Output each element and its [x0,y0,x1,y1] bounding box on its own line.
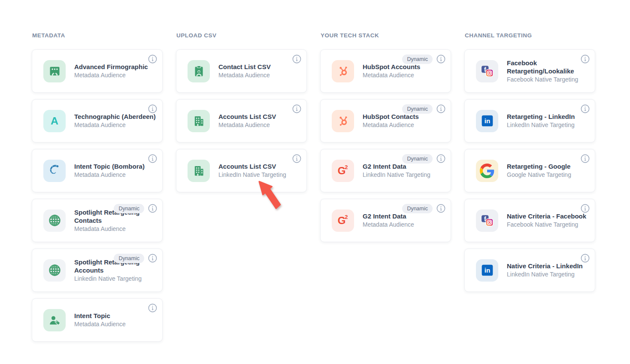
card-list: Dynamic HubSpot Accounts Metadata Audien… [320,49,451,242]
audience-card-facebook-retargeting-lookalike[interactable]: f Facebook Retargeting/Lookalike Faceboo… [464,49,595,93]
g2-icon: G 2 [332,160,354,182]
info-icon[interactable] [436,204,445,213]
audience-card-contact-list-csv[interactable]: Contact List CSV Metadata Audience [176,49,307,93]
card-title: Technographic (Aberdeen) [74,112,162,121]
card-title: Intent Topic (Bombora) [74,162,162,170]
svg-text:in: in [484,267,490,274]
info-icon[interactable] [581,55,590,64]
info-icon[interactable] [292,154,301,163]
card-subtitle: Facebook Native Targeting [507,76,595,84]
card-text: Contact List CSV Metadata Audience [218,63,306,79]
building-person-icon [43,60,66,82]
card-list: Advanced Firmographic Metadata Audience … [32,49,163,342]
audience-card-retargeting-linkedin[interactable]: in Retargeting - LinkedIn LinkedIn Nativ… [464,99,595,143]
audience-card-advanced-firmographic[interactable]: Advanced Firmographic Metadata Audience [32,49,163,93]
card-title: Retargeting - LinkedIn [507,112,595,121]
card-subtitle: Metadata Audience [74,225,162,233]
audience-card-g2-intent-data[interactable]: Dynamic G 2 G2 Intent Data Metadata Audi… [320,199,451,242]
card-title: Native Criteria - LinkedIn [507,262,595,270]
svg-text:in: in [484,117,490,124]
dynamic-badge: Dynamic [402,154,433,164]
info-icon[interactable] [581,204,590,213]
info-icon[interactable] [581,104,590,113]
dynamic-badge: Dynamic [402,104,433,114]
card-text: Technographic (Aberdeen) Metadata Audien… [74,112,162,129]
info-icon[interactable] [436,55,445,64]
letter-a-icon: A [43,110,66,132]
card-text: Native Criteria - LinkedIn LinkedIn Nati… [507,262,595,279]
card-list: Contact List CSV Metadata Audience Accou… [176,49,307,192]
card-text: Accounts List CSV Metadata Audience [218,112,306,129]
catalog-column-your-tech-stack: YOUR TECH STACK Dynamic HubSpot Accounts… [320,33,451,364]
g2-icon: G 2 [332,209,354,232]
info-icon[interactable] [436,104,445,113]
audience-card-spotlight-retargeting-contacts[interactable]: Dynamic Spotlight Retargeting Contacts M… [32,199,163,242]
audience-card-accounts-list-csv[interactable]: Accounts List CSV Metadata Audience [176,99,307,143]
card-subtitle: Linkedin Native Targeting [74,275,162,283]
audience-card-g2-intent-data[interactable]: Dynamic G 2 G2 Intent Data LinkedIn Nati… [320,149,451,192]
info-icon[interactable] [292,104,301,113]
card-text: Accounts List CSV LinkedIn Native Target… [218,162,306,179]
info-icon[interactable] [436,154,445,163]
card-title: Intent Topic [74,312,162,320]
audience-catalog-board: METADATA Advanced Firmographic Metadata … [0,0,630,364]
info-icon[interactable] [581,154,590,163]
globe-icon [43,259,66,282]
clipboard-person-icon [188,60,210,82]
audience-card-hubspot-accounts[interactable]: Dynamic HubSpot Accounts Metadata Audien… [320,49,451,93]
svg-text:2: 2 [345,164,348,170]
dynamic-badge: Dynamic [402,55,433,64]
card-text: G2 Intent Data LinkedIn Native Targeting [363,162,451,179]
card-text: HubSpot Accounts Metadata Audience [363,63,451,79]
globe-icon [43,209,66,232]
audience-card-hubspot-contacts[interactable]: Dynamic HubSpot Contacts Metadata Audien… [320,99,451,143]
google-icon [476,160,498,182]
dynamic-badge: Dynamic [114,204,144,213]
hubspot-icon [332,110,354,132]
hubspot-icon [332,60,354,82]
audience-card-spotlight-retargeting-accounts[interactable]: Dynamic Spotlight Retargeting Accounts L… [32,249,163,292]
card-subtitle: Metadata Audience [74,320,162,328]
card-subtitle: Metadata Audience [363,121,451,129]
info-icon[interactable] [148,55,157,64]
facebook-instagram-icon: f [476,209,498,232]
card-subtitle: Metadata Audience [218,121,306,129]
info-icon[interactable] [148,154,157,163]
audience-card-technographic-aberdeen-[interactable]: A Technographic (Aberdeen) Metadata Audi… [32,99,163,143]
audience-card-native-criteria-linkedin[interactable]: in Native Criteria - LinkedIn LinkedIn N… [464,249,595,292]
card-subtitle: Metadata Audience [363,71,451,79]
facebook-instagram-icon: f [476,60,498,82]
audience-card-accounts-list-csv[interactable]: Accounts List CSV LinkedIn Native Target… [176,149,307,192]
card-subtitle: Metadata Audience [74,171,162,179]
audience-card-intent-topic-bombora-[interactable]: Intent Topic (Bombora) Metadata Audience [32,149,163,192]
office-building-icon [188,160,210,182]
bombora-swirl-icon [43,160,66,182]
card-text: Native Criteria - Facebook Facebook Nati… [507,212,595,229]
card-subtitle: Facebook Native Targeting [507,221,595,229]
column-header: CHANNEL TARGETING [465,33,595,39]
audience-card-native-criteria-facebook[interactable]: f Native Criteria - Facebook Facebook Na… [464,199,595,242]
card-subtitle: Metadata Audience [363,221,451,229]
office-building-icon [188,110,210,132]
info-icon[interactable] [148,204,157,213]
card-title: Advanced Firmographic [74,63,162,71]
info-icon[interactable] [581,254,590,263]
info-icon[interactable] [148,254,157,263]
info-icon[interactable] [292,55,301,64]
card-text: HubSpot Contacts Metadata Audience [363,112,451,129]
audience-card-intent-topic[interactable]: Intent Topic Metadata Audience [32,298,163,342]
catalog-column-upload-csv: UPLOAD CSV Contact List CSV Metadata Aud… [176,33,307,364]
card-title: Retargeting - Google [507,162,595,170]
svg-text:A: A [51,115,58,127]
svg-text:2: 2 [345,214,348,220]
card-subtitle: LinkedIn Native Targeting [507,121,595,129]
info-icon[interactable] [148,104,157,113]
column-header: UPLOAD CSV [176,33,307,39]
card-subtitle: LinkedIn Native Targeting [218,171,306,179]
card-subtitle: Metadata Audience [218,71,306,79]
card-text: Retargeting - LinkedIn LinkedIn Native T… [507,112,595,129]
card-subtitle: LinkedIn Native Targeting [363,171,451,179]
linkedin-icon: in [476,259,498,282]
info-icon[interactable] [148,303,157,312]
audience-card-retargeting-google[interactable]: Retargeting - Google Google Native Targe… [464,149,595,192]
